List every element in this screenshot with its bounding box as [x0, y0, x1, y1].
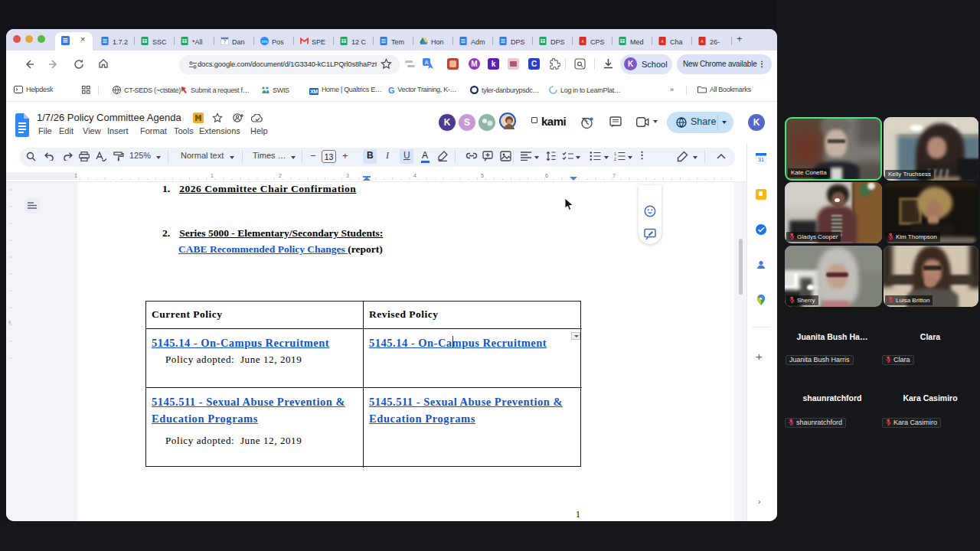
svg-text:1: 1 — [211, 173, 214, 178]
svg-text:7: 7 — [224, 39, 227, 44]
svg-text:3: 3 — [346, 173, 349, 178]
svg-text:2: 2 — [614, 157, 616, 161]
svg-text:6: 6 — [545, 173, 548, 178]
svg-text:31: 31 — [758, 156, 764, 163]
svg-text:1: 1 — [74, 173, 77, 178]
svg-text:7: 7 — [612, 173, 616, 178]
svg-text:1: 1 — [614, 152, 616, 156]
svg-text:6: 6 — [8, 320, 11, 324]
svg-text:5: 5 — [481, 173, 484, 178]
svg-text:4: 4 — [413, 173, 416, 178]
svg-text:zm: zm — [262, 39, 268, 44]
svg-text:2: 2 — [279, 173, 282, 178]
svg-text:A: A — [425, 60, 429, 65]
